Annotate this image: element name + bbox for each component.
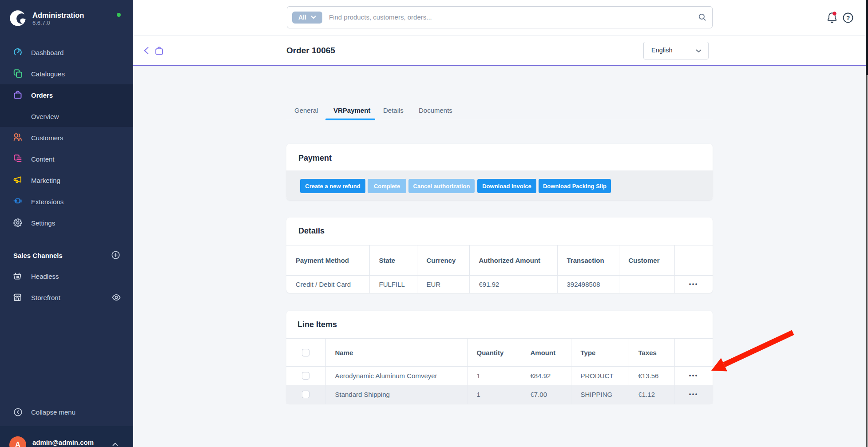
svg-text:?: ? <box>846 15 850 21</box>
